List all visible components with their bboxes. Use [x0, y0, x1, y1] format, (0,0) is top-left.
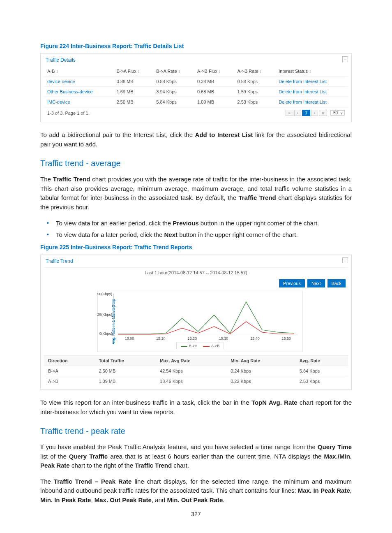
ab-link[interactable]: Other Business-device [47, 89, 93, 94]
next-button[interactable]: Next [307, 279, 325, 287]
col-ab-rate[interactable]: A->B Rate [234, 66, 276, 76]
xtick: 15:30 [219, 336, 228, 341]
xtick: 15:40 [250, 336, 260, 341]
xtick: 15:50 [282, 336, 291, 341]
para-view-report: To view this report for an inter-busines… [40, 398, 352, 417]
traffic-trend-panel: – Traffic Trend Last 1 hour(2014-08-12 1… [40, 255, 352, 390]
stats-col-min: Min. Avg Rate [226, 356, 295, 366]
stats-col-direction: Direction [44, 356, 95, 366]
trend-range: Last 1 hour(2014-08-12 14:57 -- 2014-08-… [44, 267, 348, 279]
ytick-25: 25(Kbps) [94, 313, 112, 317]
col-ba-flux[interactable]: B->A Flux [113, 66, 153, 76]
delete-interest-link[interactable]: Delete from Interest List [279, 100, 327, 104]
stats-col-avg: Avg. Rate [295, 356, 348, 366]
col-interest[interactable]: Interest Status [275, 66, 348, 76]
table-row: B->A2.50 MB42.54 Kbps0.24 Kbps5.84 Kbps [44, 366, 348, 376]
traffic-trend-title: Traffic Trend [44, 257, 348, 267]
para-peak-2: The Traffic Trend – Peak Rate line chart… [40, 477, 352, 505]
heading-traffic-trend-average: Traffic trend - average [40, 159, 352, 168]
pager-last[interactable]: » [319, 110, 327, 116]
table-row: A->B1.09 MB18.46 Kbps0.22 Kbps2.53 Kbps [44, 376, 348, 387]
page-number: 327 [0, 511, 392, 517]
para-avg-desc: The Traffic Trend chart provides you wit… [40, 175, 352, 212]
traffic-details-table: A-B B->A Flux B->A Rate A->B Flux A->B R… [44, 66, 348, 107]
xtick: 15:10 [156, 336, 166, 341]
bullets-avg: To view data for an earlier period, clic… [40, 218, 352, 240]
bullet-next: To view data for a later period, click t… [41, 230, 352, 240]
stats-col-max: Max. Avg Rate [156, 356, 226, 366]
para-peak-1: If you have enabled the Peak Traffic Ana… [40, 443, 352, 470]
pager-page-1[interactable]: 1 [302, 110, 310, 116]
heading-traffic-trend-peak: Traffic trend - peak rate [40, 426, 352, 436]
table-row: Other Business-device1.69 MB3.94 Kbps0.6… [44, 87, 348, 97]
bullet-previous: To view data for an earlier period, clic… [41, 218, 352, 228]
ytick-50: 50(Kbps) [94, 292, 112, 296]
figure-225-caption: Figure 225 Inter-Business Report: Traffi… [40, 244, 352, 250]
stats-col-total: Total Traffic [95, 356, 156, 366]
table-row: IMC-device2.50 MB5.84 Kbps1.09 MB2.53 Kb… [44, 97, 348, 107]
ab-link[interactable]: device-device [47, 79, 75, 84]
ab-link[interactable]: IMC-device [47, 100, 70, 104]
pager-size-select[interactable]: 50 [330, 110, 345, 116]
xtick: 15:20 [187, 336, 197, 341]
legend-item: B->A [181, 344, 197, 348]
collapse-icon[interactable]: – [342, 257, 348, 263]
trend-stats-table: Direction Total Traffic Max. Avg Rate Mi… [44, 355, 348, 386]
xtick: 15:00 [125, 336, 134, 341]
para-add-interest: To add a bidirectional pair to the Inter… [40, 130, 352, 149]
figure-224-caption: Figure 224 Inter-Business Report: Traffi… [40, 43, 352, 49]
col-ab-flux[interactable]: A->B Flux [194, 66, 234, 76]
col-ab[interactable]: A-B [44, 66, 113, 76]
trend-chart: Avg. Rate in 1 Minute(Kbp 50(Kbps) 25(Kb… [97, 291, 303, 352]
legend-item: A->B [203, 344, 219, 348]
pager-first[interactable]: « [286, 110, 294, 116]
collapse-icon[interactable]: – [342, 56, 348, 62]
traffic-details-panel: – Traffic Details A-B B->A Flux B->A Rat… [40, 53, 352, 122]
delete-interest-link[interactable]: Delete from Interest List [279, 89, 327, 94]
chart-legend: B->AA->B [176, 343, 224, 349]
pager-next[interactable]: › [311, 110, 318, 116]
delete-interest-link[interactable]: Delete from Interest List [279, 79, 327, 84]
previous-button[interactable]: Previous [279, 279, 305, 287]
table-row: device-device0.38 MB0.88 Kbps0.38 MB0.88… [44, 76, 348, 87]
pager-info: 1-3 of 3. Page 1 of 1. [47, 111, 90, 116]
traffic-details-title: Traffic Details [44, 56, 348, 66]
ytick-0: 0(Kbps) [94, 331, 112, 336]
back-button[interactable]: Back [327, 279, 346, 287]
col-ba-rate[interactable]: B->A Rate [153, 66, 194, 76]
pager-prev[interactable]: ‹ [294, 110, 301, 116]
